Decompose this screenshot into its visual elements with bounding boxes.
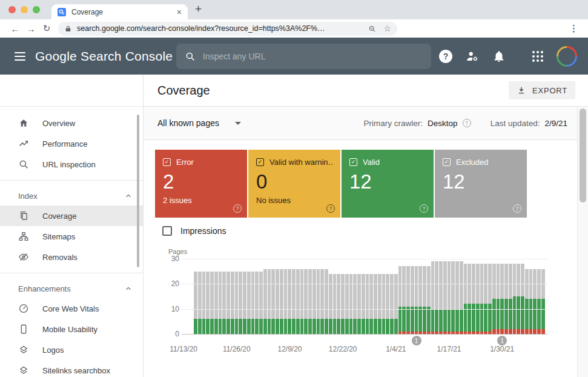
- chart-bar[interactable]: [402, 259, 406, 334]
- chart-bar[interactable]: [390, 259, 394, 334]
- chart-bar[interactable]: [386, 259, 389, 334]
- chart-bar[interactable]: [268, 259, 271, 334]
- chart-bar[interactable]: [406, 259, 410, 334]
- status-card-valid[interactable]: ✓Valid12?: [342, 150, 434, 218]
- chart-bar[interactable]: [317, 259, 320, 334]
- chart-bar[interactable]: [492, 259, 496, 334]
- chart-bar[interactable]: [448, 259, 451, 334]
- chart-bar[interactable]: [497, 259, 500, 334]
- chart-annotation-marker[interactable]: 1: [497, 336, 507, 345]
- chart-bar[interactable]: [235, 259, 239, 334]
- chart-bar[interactable]: [239, 259, 242, 334]
- forward-icon[interactable]: →: [23, 24, 39, 34]
- url-text[interactable]: search.google.com/search-console/index?r…: [77, 24, 325, 33]
- crawler-help-icon[interactable]: ?: [463, 119, 471, 127]
- sidebar-item-performance[interactable]: Performance: [0, 133, 143, 154]
- status-card-excluded[interactable]: ✓Excluded12?: [435, 150, 527, 218]
- bookmark-star-icon[interactable]: ☆: [383, 24, 391, 33]
- window-close-button[interactable]: [8, 6, 16, 13]
- chart-bar[interactable]: [320, 259, 324, 334]
- chart-bar[interactable]: [541, 259, 545, 334]
- chart-bar[interactable]: [411, 259, 414, 334]
- page-scope-dropdown[interactable]: All known pages: [157, 118, 241, 128]
- chart-bar[interactable]: [312, 259, 316, 334]
- chart-bar[interactable]: [366, 259, 369, 334]
- chart-bar[interactable]: [333, 259, 337, 334]
- sidebar-scrollbar[interactable]: [137, 115, 139, 267]
- chart-bar[interactable]: [349, 259, 353, 334]
- card-checkbox[interactable]: ✓: [443, 158, 451, 166]
- manage-accounts-icon[interactable]: [466, 50, 479, 63]
- sidebar-section-index[interactable]: Index: [0, 186, 143, 205]
- chart-bar[interactable]: [378, 259, 382, 334]
- chart-bar[interactable]: [353, 259, 357, 334]
- chart-bar[interactable]: [292, 259, 296, 334]
- export-button[interactable]: EXPORT: [509, 81, 575, 99]
- card-help-icon[interactable]: ?: [420, 204, 428, 213]
- chart-bar[interactable]: [357, 259, 361, 334]
- chart-bar[interactable]: [202, 259, 206, 334]
- inspect-url-input[interactable]: [203, 52, 397, 61]
- account-avatar[interactable]: [557, 46, 577, 67]
- chart-bar[interactable]: [206, 259, 210, 334]
- sidebar-item-logos[interactable]: Logos: [0, 339, 143, 360]
- sidebar-section-enhancements[interactable]: Enhancements: [0, 279, 143, 298]
- chart-bar[interactable]: [374, 259, 377, 334]
- sidebar-item-core-web-vitals[interactable]: Core Web Vitals: [0, 298, 143, 319]
- chart-bar[interactable]: [247, 259, 251, 334]
- chart-bar[interactable]: [435, 259, 438, 334]
- chart-bar[interactable]: [251, 259, 255, 334]
- chart-bar[interactable]: [288, 259, 291, 334]
- chart-bar[interactable]: [513, 259, 517, 334]
- chart-bar[interactable]: [451, 259, 455, 334]
- chart-bar[interactable]: [480, 259, 484, 334]
- chart-bar[interactable]: [296, 259, 300, 334]
- sidebar-item-removals[interactable]: Removals: [0, 247, 143, 267]
- chart-bar[interactable]: [427, 259, 431, 334]
- sidebar-item-sitelinks-searchbox[interactable]: Sitelinks searchbox: [0, 360, 143, 377]
- status-card-error[interactable]: ✓Error22 issues?: [155, 150, 247, 218]
- chart-bar[interactable]: [231, 259, 234, 334]
- chart-bar[interactable]: [300, 259, 304, 334]
- new-tab-button[interactable]: +: [195, 2, 202, 16]
- page-scrollbar-track[interactable]: [577, 107, 588, 377]
- chart-bar[interactable]: [382, 259, 386, 334]
- card-checkbox[interactable]: ✓: [163, 158, 171, 166]
- chart-bar[interactable]: [517, 259, 520, 334]
- status-card-valid-with-warnings[interactable]: ✓Valid with warnin…0No issues?: [248, 150, 340, 218]
- google-apps-grid-icon[interactable]: [532, 51, 543, 62]
- chart-bar[interactable]: [304, 259, 308, 334]
- card-help-icon[interactable]: ?: [513, 204, 521, 213]
- chart-bar[interactable]: [284, 259, 288, 334]
- card-help-icon[interactable]: ?: [326, 204, 335, 213]
- sidebar-item-url-inspection[interactable]: URL inspection: [0, 154, 143, 175]
- card-checkbox[interactable]: ✓: [349, 158, 357, 166]
- sidebar-item-mobile-usability[interactable]: Mobile Usability: [0, 319, 143, 339]
- chart-annotation-marker[interactable]: 1: [412, 336, 421, 345]
- chart-bar[interactable]: [504, 259, 508, 334]
- sidebar-item-sitemaps[interactable]: Sitemaps: [0, 226, 143, 247]
- chart-bar[interactable]: [308, 259, 312, 334]
- chart-bar[interactable]: [467, 259, 471, 334]
- chart-bar[interactable]: [219, 259, 222, 334]
- chart-bar[interactable]: [222, 259, 226, 334]
- hamburger-menu-icon[interactable]: [15, 52, 25, 61]
- card-help-icon[interactable]: ?: [233, 204, 242, 213]
- chart-bar[interactable]: [263, 259, 267, 334]
- chart-bar[interactable]: [488, 259, 492, 334]
- impressions-checkbox[interactable]: [162, 226, 172, 236]
- chart-bar[interactable]: [472, 259, 475, 334]
- chart-bar[interactable]: [500, 259, 504, 334]
- chart-bar[interactable]: [464, 259, 467, 334]
- chart-bar[interactable]: [443, 259, 447, 334]
- help-icon[interactable]: ?: [439, 50, 452, 63]
- chart-bar[interactable]: [423, 259, 426, 334]
- chart-bar[interactable]: [243, 259, 246, 334]
- chart-bar[interactable]: [345, 259, 349, 334]
- chart-bar[interactable]: [271, 259, 275, 334]
- chart-bar[interactable]: [529, 259, 533, 334]
- chart-bar[interactable]: [280, 259, 283, 334]
- chart-bar[interactable]: [484, 259, 487, 334]
- browser-tab[interactable]: Coverage ×: [51, 4, 188, 19]
- chart-bar[interactable]: [214, 259, 218, 334]
